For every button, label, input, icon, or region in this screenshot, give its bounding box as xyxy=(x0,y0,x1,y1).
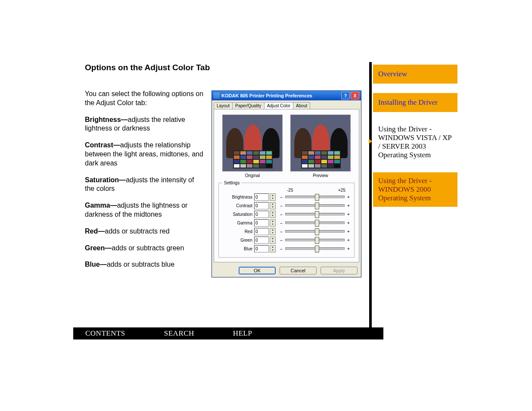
page-title: Options on the Adjust Color Tab xyxy=(85,63,365,72)
brightness-label: Brightness xyxy=(222,195,254,199)
gamma-label: Gamma xyxy=(222,221,254,225)
scale-neg: -25 xyxy=(287,188,293,193)
minus-icon: – xyxy=(279,195,283,199)
contrast-label: Contrast xyxy=(222,203,254,208)
settings-legend: Settings xyxy=(222,181,241,185)
plus-icon: + xyxy=(346,195,351,199)
nav-using-2000[interactable]: Using the Driver - WINDOWS 2000 Operatin… xyxy=(373,172,457,207)
red-slider[interactable] xyxy=(285,230,345,233)
red-row: Red0▲▼–+ xyxy=(222,227,351,236)
green-label: Green xyxy=(222,238,254,243)
gamma-value[interactable]: 0 xyxy=(254,219,269,227)
blue-label: Blue xyxy=(222,246,254,251)
options-text: You can select the following options on … xyxy=(85,90,205,277)
nav-installing[interactable]: Installing the Driver xyxy=(373,93,457,112)
brightness-slider[interactable] xyxy=(285,196,345,198)
scale-pos: +25 xyxy=(338,188,345,193)
printing-preferences-dialog: KODAK 805 Printer Printing Preferences ?… xyxy=(212,90,361,277)
green-spinner[interactable]: ▲▼ xyxy=(270,237,276,244)
green-value[interactable]: 0 xyxy=(254,237,269,244)
original-label: Original xyxy=(222,173,283,178)
tab-layout[interactable]: Layout xyxy=(214,102,233,109)
saturation-label: Saturation xyxy=(222,212,254,217)
vertical-rule xyxy=(369,62,372,338)
close-button[interactable]: X xyxy=(351,92,359,100)
app-icon xyxy=(214,93,220,99)
plus-icon: + xyxy=(346,212,351,217)
tab-about[interactable]: About xyxy=(293,102,310,109)
bottom-bar: CONTENTS SEARCH HELP xyxy=(73,327,383,339)
brightness-value[interactable]: 0 xyxy=(254,193,269,201)
dialog-title: KODAK 805 Printer Printing Preferences xyxy=(221,93,340,98)
original-image xyxy=(222,115,283,171)
plus-icon: + xyxy=(346,221,351,225)
saturation-slider[interactable] xyxy=(285,213,345,215)
minus-icon: – xyxy=(279,221,283,225)
contrast-spinner[interactable]: ▲▼ xyxy=(270,202,276,209)
plus-icon: + xyxy=(346,238,351,243)
ok-button[interactable]: OK xyxy=(239,267,276,274)
gamma-spinner[interactable]: ▲▼ xyxy=(270,219,276,227)
plus-icon: + xyxy=(346,229,351,234)
blue-spinner[interactable]: ▲▼ xyxy=(270,245,276,252)
minus-icon: – xyxy=(279,238,283,243)
contrast-row: Contrast0▲▼–+ xyxy=(222,201,351,210)
blue-value[interactable]: 0 xyxy=(254,245,269,252)
apply-button[interactable]: Apply xyxy=(320,267,358,274)
green-row: Green0▲▼–+ xyxy=(222,236,351,244)
titlebar: KODAK 805 Printer Printing Preferences ?… xyxy=(212,91,361,100)
minus-icon: – xyxy=(279,212,283,217)
preview-image xyxy=(290,115,351,171)
gamma-row: Gamma0▲▼–+ xyxy=(222,218,351,227)
tab-adjust-color[interactable]: Adjust Color xyxy=(264,102,293,109)
intro-text: You can select the following options on … xyxy=(85,90,205,108)
green-slider[interactable] xyxy=(285,239,345,241)
red-value[interactable]: 0 xyxy=(254,228,269,235)
help-button[interactable]: ? xyxy=(341,92,350,100)
brightness-row: Brightness0▲▼–+ xyxy=(222,193,351,201)
red-label: Red xyxy=(222,229,254,234)
blue-row: Blue0▲▼–+ xyxy=(222,244,351,253)
red-spinner[interactable]: ▲▼ xyxy=(270,228,276,235)
contrast-value[interactable]: 0 xyxy=(254,202,269,209)
saturation-value[interactable]: 0 xyxy=(254,211,269,218)
minus-icon: – xyxy=(279,203,283,208)
contrast-slider[interactable] xyxy=(285,204,345,207)
brightness-spinner[interactable]: ▲▼ xyxy=(270,193,276,201)
preview-label: Preview xyxy=(290,173,351,178)
tab-paper-quality[interactable]: Paper/Quality xyxy=(232,102,264,109)
nav-using-vista[interactable]: Using the Driver - WINDOWS VISTA / XP / … xyxy=(373,121,457,163)
bottombar-search[interactable]: SEARCH xyxy=(164,329,194,338)
blue-slider[interactable] xyxy=(285,247,345,250)
plus-icon: + xyxy=(346,203,351,208)
bottombar-contents[interactable]: CONTENTS xyxy=(85,329,125,338)
plus-icon: + xyxy=(346,246,351,251)
cancel-button[interactable]: Cancel xyxy=(280,267,317,274)
bottombar-help[interactable]: HELP xyxy=(233,329,252,338)
nav-overview[interactable]: Overview xyxy=(373,65,457,84)
saturation-spinner[interactable]: ▲▼ xyxy=(270,211,276,218)
minus-icon: – xyxy=(279,229,283,234)
gamma-slider[interactable] xyxy=(285,221,345,224)
saturation-row: Saturation0▲▼–+ xyxy=(222,210,351,218)
minus-icon: – xyxy=(279,246,283,251)
